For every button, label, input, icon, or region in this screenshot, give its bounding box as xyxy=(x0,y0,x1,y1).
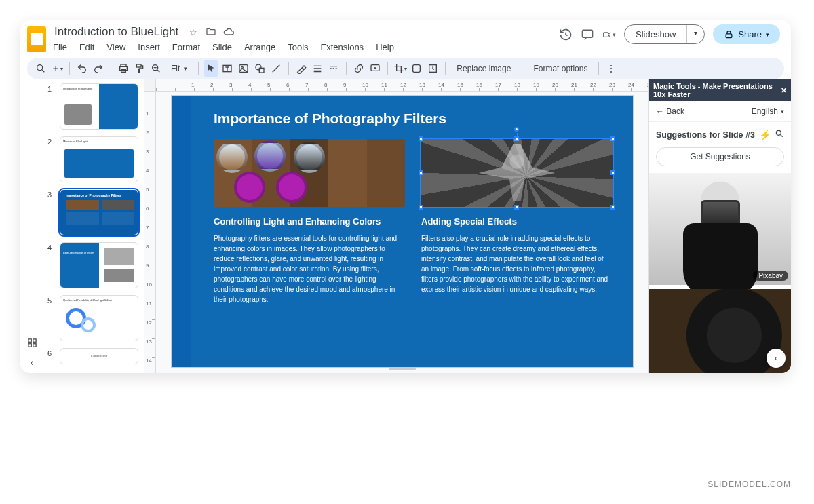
col2-body[interactable]: Filters also play a crucial role in addi… xyxy=(421,233,613,294)
move-folder-icon[interactable] xyxy=(206,26,216,37)
thumb-number: 6 xyxy=(47,348,54,364)
comments-icon[interactable] xyxy=(581,28,594,41)
svg-rect-6 xyxy=(121,69,126,72)
col1-heading[interactable]: Controlling Light and Enhancing Colors xyxy=(214,216,405,227)
zoom-select[interactable]: Fit▾ xyxy=(166,64,193,73)
menu-file[interactable]: File xyxy=(52,41,69,54)
addon-fab-button[interactable]: ‹ xyxy=(767,349,786,368)
star-icon[interactable]: ☆ xyxy=(188,26,199,37)
history-icon[interactable] xyxy=(559,28,573,41)
print-button[interactable] xyxy=(117,60,130,77)
slide-thumbnail-2[interactable]: Mission of BlueLight xyxy=(60,136,138,182)
slideshow-dropdown[interactable]: ▾ xyxy=(686,25,704,43)
toolbar: ＋▾ Fit▾ xyxy=(27,58,784,79)
titlebar: Introduction to BlueLight ☆ File Edit Vi… xyxy=(20,20,791,54)
slide-thumbnail-4[interactable]: BlueLight Range of Filters xyxy=(60,242,138,288)
slide-thumbnail-1[interactable]: Introduction to BlueLight xyxy=(60,83,138,130)
svg-rect-18 xyxy=(33,339,35,342)
addon-sidebar: Magic Tools - Make Presentations 10x Fas… xyxy=(648,79,791,373)
resize-handle-s[interactable] xyxy=(514,205,519,210)
thumb-row: 1 Introduction to BlueLight xyxy=(47,83,144,130)
svg-rect-17 xyxy=(28,339,31,342)
close-addon-icon[interactable]: ✕ xyxy=(781,86,787,95)
slide-title[interactable]: Importance of Photography Filters xyxy=(214,111,613,127)
paint-format-button[interactable] xyxy=(133,60,147,77)
border-weight-tool[interactable] xyxy=(311,60,324,77)
svg-rect-1 xyxy=(604,32,608,37)
mask-tool[interactable] xyxy=(410,60,423,77)
line-tool[interactable] xyxy=(269,60,283,77)
menu-arrange[interactable]: Arrange xyxy=(243,41,277,54)
meet-camera-icon[interactable]: ▾ xyxy=(602,28,616,41)
col2-heading[interactable]: Adding Special Effects xyxy=(421,216,613,227)
cloud-status-icon[interactable] xyxy=(223,26,234,37)
resize-handle-n[interactable] xyxy=(514,136,519,141)
search-menu-icon[interactable] xyxy=(34,60,47,77)
slideshow-split-button: Slideshow ▾ xyxy=(624,24,705,44)
menu-extensions[interactable]: Extensions xyxy=(319,41,366,54)
grid-view-icon[interactable] xyxy=(27,338,37,350)
svg-rect-7 xyxy=(136,64,141,67)
image-tool[interactable] xyxy=(237,60,250,77)
slide[interactable]: Importance of Photography Filters xyxy=(172,96,633,367)
menu-help[interactable]: Help xyxy=(374,41,395,54)
replace-image-button[interactable]: Replace image xyxy=(451,60,516,77)
share-label: Share xyxy=(738,29,762,39)
redo-button[interactable] xyxy=(92,60,105,77)
app-window: Introduction to BlueLight ☆ File Edit Vi… xyxy=(20,20,791,373)
border-color-tool[interactable] xyxy=(294,60,308,77)
addon-language-select[interactable]: English ▾ xyxy=(752,106,784,116)
textbox-tool[interactable] xyxy=(220,60,234,77)
slide-image-filters[interactable] xyxy=(214,139,405,207)
speaker-notes-handle[interactable] xyxy=(389,368,416,370)
stock-image-1[interactable]: Pixabay xyxy=(649,173,791,285)
slide-thumbnail-6[interactable]: Conclusion xyxy=(60,348,138,364)
svg-rect-15 xyxy=(413,65,421,73)
prev-slide-button[interactable]: ‹ xyxy=(31,357,34,368)
toolbar-overflow[interactable]: ⋮ xyxy=(604,60,618,77)
canvas[interactable]: Importance of Photography Filters xyxy=(156,92,648,373)
menu-slide[interactable]: Slide xyxy=(211,41,233,54)
slide-thumbnail-5[interactable]: Quality and Durability of BlueLight Filt… xyxy=(60,295,138,341)
addon-back-button[interactable]: ← Back xyxy=(656,106,684,116)
vertical-ruler[interactable]: 12345678910111213141 xyxy=(144,92,156,373)
thumb-number: 2 xyxy=(47,136,54,182)
shape-tool[interactable] xyxy=(253,60,267,77)
slide-thumbnail-3[interactable]: Importance of Photography Filters xyxy=(60,189,138,235)
rotate-handle[interactable] xyxy=(514,127,519,132)
resize-handle-w[interactable] xyxy=(419,170,423,175)
format-options-button[interactable]: Format options xyxy=(528,60,593,77)
slide-panel[interactable]: 1 Introduction to BlueLight 2 Mission of… xyxy=(43,79,144,373)
reset-image-tool[interactable] xyxy=(426,60,440,77)
border-dash-tool[interactable] xyxy=(327,60,341,77)
menu-format[interactable]: Format xyxy=(171,41,201,54)
resize-handle-se[interactable] xyxy=(610,205,615,210)
menu-view[interactable]: View xyxy=(105,41,127,54)
resize-handle-ne[interactable] xyxy=(610,136,615,141)
comment-tool[interactable] xyxy=(368,60,382,77)
zoom-out-icon[interactable] xyxy=(149,60,163,77)
resize-handle-e[interactable] xyxy=(610,170,615,175)
get-suggestions-button[interactable]: Get Suggestions xyxy=(656,147,784,166)
resize-handle-nw[interactable] xyxy=(419,136,423,141)
menu-insert[interactable]: Insert xyxy=(136,41,161,54)
link-tool[interactable] xyxy=(352,60,366,77)
resize-handle-sw[interactable] xyxy=(419,205,423,210)
search-suggestions-icon[interactable] xyxy=(775,129,784,140)
horizontal-ruler[interactable]: 1123456789101112131415161718192021222324… xyxy=(156,79,648,92)
slideshow-button[interactable]: Slideshow xyxy=(625,25,686,43)
bolt-icon[interactable]: ⚡ xyxy=(759,130,771,140)
slide-image-dancer-selected[interactable] xyxy=(421,139,613,207)
menu-tools[interactable]: Tools xyxy=(286,41,309,54)
document-title[interactable]: Introduction to BlueLight xyxy=(52,24,181,39)
crop-tool[interactable]: ▾ xyxy=(393,60,407,77)
stock-image-source-badge: Pixabay xyxy=(753,271,788,281)
undo-button[interactable] xyxy=(75,60,89,77)
select-tool[interactable] xyxy=(204,60,218,77)
col1-body[interactable]: Photography filters are essential tools … xyxy=(214,233,405,305)
svg-rect-13 xyxy=(260,68,265,73)
lock-icon xyxy=(724,29,734,39)
share-button[interactable]: Share ▾ xyxy=(713,24,780,44)
menu-edit[interactable]: Edit xyxy=(78,41,96,54)
new-slide-button[interactable]: ＋▾ xyxy=(50,60,64,77)
